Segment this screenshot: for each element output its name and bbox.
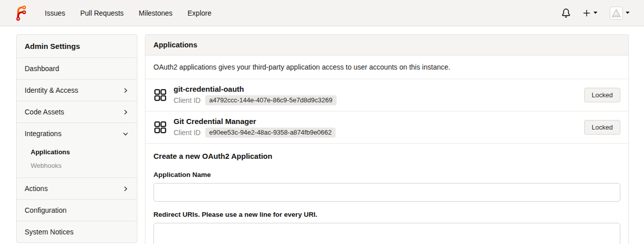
redirect-uris-textarea[interactable] bbox=[153, 223, 620, 244]
top-navbar: Issues Pull Requests Milestones Explore bbox=[0, 0, 644, 26]
forgejo-logo-icon bbox=[14, 6, 29, 21]
sidebar-item-integrations[interactable]: Integrations bbox=[17, 123, 137, 144]
app-name-link[interactable]: git-credential-oauth bbox=[174, 85, 578, 93]
nav-link-pull-requests[interactable]: Pull Requests bbox=[72, 5, 131, 21]
admin-settings-sidebar: Admin Settings Dashboard Identity & Acce… bbox=[16, 34, 137, 243]
chevron-down-icon bbox=[122, 131, 129, 137]
application-name-input[interactable] bbox=[153, 183, 620, 202]
sidebar-item-label: Dashboard bbox=[25, 65, 59, 73]
client-id-label: Client ID bbox=[174, 96, 201, 104]
apps-grid-icon bbox=[153, 120, 167, 134]
sidebar-item-label: Configuration bbox=[25, 206, 66, 214]
sidebar-item-label: Identity & Access bbox=[25, 86, 78, 94]
user-menu-dropdown[interactable] bbox=[608, 5, 632, 22]
oauth2-description: OAuth2 applications gives your third-par… bbox=[145, 55, 628, 79]
plus-icon bbox=[583, 9, 591, 17]
sidebar-title: Admin Settings bbox=[17, 35, 137, 57]
avatar-triangle-icon bbox=[611, 9, 621, 18]
chevron-right-icon bbox=[122, 87, 129, 94]
notifications-button[interactable] bbox=[559, 7, 573, 20]
chevron-right-icon bbox=[122, 109, 129, 115]
create-form-heading: Create a new OAuth2 Application bbox=[153, 152, 620, 160]
sidebar-item-label: Integrations bbox=[25, 130, 61, 138]
nav-link-explore[interactable]: Explore bbox=[180, 5, 219, 21]
panel-title: Applications bbox=[145, 35, 628, 55]
client-id-row: Client ID a4792ccc-144e-407e-86c9-5e7d8d… bbox=[174, 95, 578, 105]
sidebar-integrations-submenu: Applications Webhooks bbox=[17, 144, 137, 177]
redirect-uris-label: Redirect URIs. Please use a new line for… bbox=[153, 211, 620, 218]
create-new-dropdown[interactable] bbox=[581, 7, 600, 19]
sidebar-item-dashboard[interactable]: Dashboard bbox=[17, 57, 137, 79]
application-name-label: Application Name bbox=[153, 171, 620, 178]
sidebar-item-identity-access[interactable]: Identity & Access bbox=[17, 79, 137, 101]
navbar-right bbox=[559, 5, 632, 22]
caret-down-icon bbox=[625, 11, 630, 15]
sidebar-item-applications[interactable]: Applications bbox=[17, 145, 137, 159]
apps-grid-icon bbox=[153, 88, 167, 102]
sidebar-item-webhooks[interactable]: Webhooks bbox=[17, 159, 137, 172]
app-info: Git Credential Manager Client ID e90ee53… bbox=[174, 117, 578, 138]
sidebar-item-label: System Notices bbox=[25, 228, 73, 236]
caret-down-icon bbox=[593, 11, 598, 15]
sidebar-item-label: Code Assets bbox=[25, 108, 64, 116]
chevron-right-icon bbox=[122, 186, 129, 192]
applications-panel: Applications OAuth2 applications gives y… bbox=[145, 34, 629, 244]
client-id-value: a4792ccc-144e-407e-86c9-5e7d8d9c3269 bbox=[205, 95, 337, 105]
locked-button[interactable]: Locked bbox=[584, 88, 620, 102]
client-id-value: e90ee53c-94e2-48ac-9358-a874fb9e0662 bbox=[205, 128, 336, 138]
locked-button[interactable]: Locked bbox=[584, 120, 620, 135]
client-id-row: Client ID e90ee53c-94e2-48ac-9358-a874fb… bbox=[174, 128, 578, 138]
bell-icon bbox=[561, 9, 571, 18]
avatar bbox=[610, 7, 623, 20]
nav-link-issues[interactable]: Issues bbox=[37, 5, 72, 21]
oauth2-app-row: git-credential-oauth Client ID a4792ccc-… bbox=[145, 79, 628, 111]
client-id-label: Client ID bbox=[174, 129, 201, 137]
create-oauth2-form: Create a new OAuth2 Application Applicat… bbox=[145, 144, 628, 244]
oauth2-app-row: Git Credential Manager Client ID e90ee53… bbox=[145, 111, 628, 144]
sidebar-item-system-notices[interactable]: System Notices bbox=[17, 221, 137, 242]
app-info: git-credential-oauth Client ID a4792ccc-… bbox=[174, 85, 578, 105]
admin-settings-layout: Admin Settings Dashboard Identity & Acce… bbox=[0, 26, 644, 244]
sidebar-item-label: Actions bbox=[25, 185, 48, 193]
nav-link-milestones[interactable]: Milestones bbox=[131, 5, 180, 21]
forgejo-logo[interactable] bbox=[13, 5, 29, 21]
sidebar-item-actions[interactable]: Actions bbox=[17, 177, 137, 199]
field-gap bbox=[153, 202, 620, 211]
sidebar-item-configuration[interactable]: Configuration bbox=[17, 199, 137, 221]
sidebar-item-code-assets[interactable]: Code Assets bbox=[17, 101, 137, 123]
app-name-link[interactable]: Git Credential Manager bbox=[174, 117, 578, 126]
